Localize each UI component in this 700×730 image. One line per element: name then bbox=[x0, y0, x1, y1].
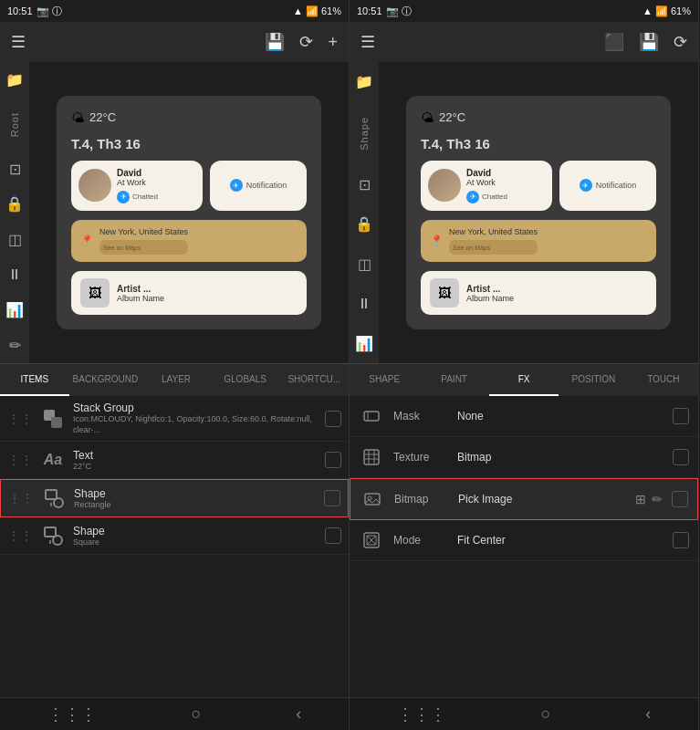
right-tabs: SHAPE PAINT FX POSITION TOUCH bbox=[350, 363, 698, 396]
focus-sidebar-right[interactable]: ⊡ bbox=[351, 172, 377, 197]
svg-rect-5 bbox=[45, 527, 56, 537]
tab-items[interactable]: ITEMS bbox=[0, 364, 69, 396]
save-icon-right[interactable]: 💾 bbox=[639, 32, 659, 52]
toolbar-right-right: ⬛ 💾 ⟳ bbox=[604, 32, 687, 52]
nav-back-right[interactable]: ‹ bbox=[645, 704, 651, 724]
mask-check[interactable] bbox=[673, 408, 689, 424]
save-icon-left[interactable]: 💾 bbox=[265, 32, 285, 52]
folder-sidebar-right[interactable]: 📁 bbox=[351, 69, 377, 95]
list-item-shape-rect[interactable]: ⋮⋮ Shape Rectangle bbox=[0, 479, 349, 517]
music-title: Artist ... bbox=[117, 284, 164, 294]
layers-sidebar-right[interactable]: ◫ bbox=[351, 251, 377, 276]
tab-globals[interactable]: GLOBALS bbox=[211, 364, 280, 396]
tab-fx[interactable]: FX bbox=[489, 364, 559, 396]
nav-menu-right[interactable]: ⋮⋮⋮ bbox=[397, 704, 446, 725]
lock-sidebar-icon[interactable]: 🔒 bbox=[2, 194, 27, 215]
wifi-icon-right: ▲ bbox=[643, 5, 653, 16]
drag-handle-stack: ⋮⋮ bbox=[7, 412, 33, 426]
notif-text-right: Notification bbox=[596, 181, 637, 190]
weather-row: 🌤 22°C bbox=[71, 110, 307, 125]
chart-sidebar-icon[interactable]: 📊 bbox=[2, 300, 27, 321]
weather-icon: 🌤 bbox=[71, 110, 84, 125]
weather-temp-right: 22°C bbox=[439, 110, 465, 124]
map-label: See on Maps bbox=[103, 245, 141, 251]
bitmap-check[interactable] bbox=[672, 491, 688, 507]
widget-preview-right: 🌤 22°C T.4, Th3 16 David At Work bbox=[406, 96, 671, 329]
svg-point-3 bbox=[54, 498, 63, 507]
history-icon-left[interactable]: ⟳ bbox=[299, 32, 313, 52]
menu-icon-left[interactable]: ☰ bbox=[11, 32, 26, 52]
tab-layer[interactable]: LAYER bbox=[141, 364, 211, 396]
shape-tool-icon[interactable]: ⬛ bbox=[604, 32, 624, 52]
shape-rect-sub: Rectangle bbox=[74, 500, 317, 511]
shape-sq-check[interactable] bbox=[325, 527, 341, 544]
fx-item-texture[interactable]: Texture Bitmap bbox=[350, 437, 698, 478]
list-item-stack[interactable]: ⋮⋮ Stack Group Icon:MCLOUDY, Nightlco:1,… bbox=[0, 396, 349, 442]
texture-check[interactable] bbox=[673, 449, 689, 465]
add-icon-left[interactable]: + bbox=[328, 33, 338, 52]
canvas-left[interactable]: 🌤 22°C T.4, Th3 16 David At Work bbox=[29, 62, 349, 363]
chat-status: Chatted bbox=[132, 193, 158, 201]
list-item-shape-sq[interactable]: ⋮⋮ Shape Square bbox=[0, 517, 349, 555]
tab-shape[interactable]: SHAPE bbox=[350, 364, 419, 396]
chart-sidebar-right[interactable]: 📊 bbox=[351, 330, 377, 356]
side-icons-left: 📁 Root ⊡ 🔒 ◫ ⏸ 📊 ✏ bbox=[0, 62, 29, 363]
profile-row-right: David At Work ✈ Chatted ✈ Notification bbox=[421, 161, 656, 211]
fx-item-mode[interactable]: Mode Fit Center bbox=[350, 520, 698, 561]
status-bar-left: 10:51 📷 ⓘ ▲ 📶 61% bbox=[0, 0, 349, 22]
focus-sidebar-icon[interactable]: ⊡ bbox=[2, 159, 27, 180]
edit-sidebar-icon[interactable]: ✏ bbox=[2, 335, 27, 356]
svg-rect-8 bbox=[364, 412, 379, 421]
weather-date: T.4, Th3 16 bbox=[71, 136, 307, 151]
avatar-img bbox=[78, 169, 111, 202]
shape-label: Shape bbox=[359, 110, 370, 158]
battery-right: 61% bbox=[671, 5, 691, 16]
album-art: 🖼 bbox=[80, 278, 110, 308]
menu-icon-right[interactable]: ☰ bbox=[360, 32, 375, 52]
nav-menu-left[interactable]: ⋮⋮⋮ bbox=[47, 704, 97, 725]
location-card: 📍 New York, United States See on Maps bbox=[71, 220, 307, 263]
canvas-right[interactable]: 🌤 22°C T.4, Th3 16 David At Work bbox=[379, 62, 698, 363]
bitmap-value: Pick Image bbox=[458, 493, 626, 506]
mode-check[interactable] bbox=[673, 532, 689, 548]
chat-badge-right: ✈ Chatted bbox=[466, 191, 507, 203]
tab-touch[interactable]: TOUCH bbox=[629, 364, 698, 396]
tab-position[interactable]: POSITION bbox=[559, 364, 628, 396]
folder-sidebar-icon[interactable]: 📁 bbox=[2, 69, 27, 90]
mask-label: Mask bbox=[393, 410, 448, 422]
nav-bar-right: ⋮⋮⋮ ○ ‹ bbox=[350, 697, 698, 730]
list-item-text[interactable]: ⋮⋮ Aa Text 22°C bbox=[0, 442, 349, 479]
shape-rect-check[interactable] bbox=[324, 490, 340, 506]
root-label: Root bbox=[9, 105, 20, 144]
fx-item-bitmap[interactable]: Bitmap Pick Image ⊞ ✏ bbox=[350, 478, 698, 520]
drag-handle-text: ⋮⋮ bbox=[7, 453, 33, 467]
texture-value: Bitmap bbox=[457, 451, 663, 464]
layers-sidebar-icon[interactable]: ◫ bbox=[2, 229, 27, 250]
shape-rect-info: Shape Rectangle bbox=[74, 487, 317, 511]
pause-sidebar-icon[interactable]: ⏸ bbox=[2, 265, 27, 286]
pause-sidebar-right[interactable]: ⏸ bbox=[351, 291, 377, 317]
stack-check[interactable] bbox=[325, 411, 341, 427]
bitmap-crop-icon[interactable]: ⊞ bbox=[635, 492, 646, 506]
side-icons-right: 📁 Shape ⊡ 🔒 ◫ ⏸ 📊 bbox=[350, 62, 379, 363]
location-text-right: New York, United States bbox=[449, 227, 538, 238]
text-icon-container: Aa bbox=[40, 447, 66, 473]
lock-sidebar-right[interactable]: 🔒 bbox=[351, 212, 377, 237]
text-check[interactable] bbox=[325, 452, 341, 468]
svg-rect-1 bbox=[51, 417, 62, 428]
history-icon-right[interactable]: ⟳ bbox=[674, 32, 687, 52]
tab-paint[interactable]: PAINT bbox=[419, 364, 488, 396]
tab-shortcut[interactable]: SHORTCU... bbox=[279, 364, 349, 396]
shape-sq-name: Shape bbox=[73, 525, 318, 537]
map-placeholder: See on Maps bbox=[99, 240, 188, 255]
tab-background[interactable]: BACKGROUND bbox=[69, 364, 142, 396]
nav-back-left[interactable]: ‹ bbox=[296, 704, 301, 724]
widget-preview-left: 🌤 22°C T.4, Th3 16 David At Work bbox=[57, 96, 321, 329]
weather-temp: 22°C bbox=[89, 110, 116, 124]
nav-bar-left: ⋮⋮⋮ ○ ‹ bbox=[0, 697, 349, 730]
svg-point-6 bbox=[53, 536, 62, 545]
fx-item-mask[interactable]: Mask None bbox=[350, 396, 698, 437]
nav-home-left[interactable]: ○ bbox=[192, 704, 202, 724]
bitmap-edit-icon[interactable]: ✏ bbox=[652, 492, 663, 506]
nav-home-right[interactable]: ○ bbox=[541, 704, 551, 724]
